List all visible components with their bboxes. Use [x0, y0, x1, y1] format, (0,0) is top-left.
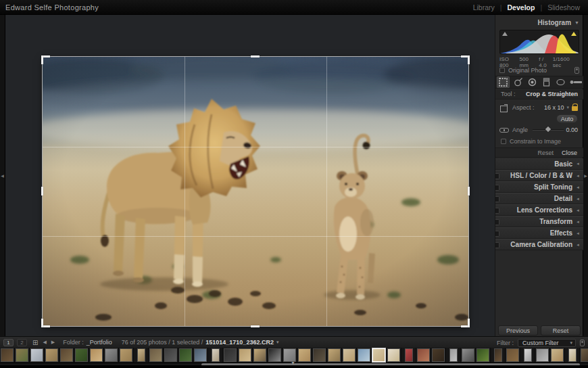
main-window-button[interactable]: 1: [3, 339, 14, 346]
histogram-header[interactable]: Histogram ▼: [495, 18, 583, 27]
filmstrip-thumbnail-38[interactable]: [550, 348, 564, 363]
panel-collapse-icon[interactable]: ◄: [576, 208, 580, 212]
crop-handle-left-mid[interactable]: [41, 187, 43, 196]
histogram[interactable]: [499, 30, 579, 54]
filmstrip-thumbnail-40[interactable]: [580, 348, 588, 363]
original-photo-checkbox[interactable]: [499, 68, 505, 73]
panel-collapse-icon[interactable]: ◄: [576, 220, 580, 224]
panel-split-toning[interactable]: Split Toning◄: [495, 181, 583, 193]
panel-toggle-switch[interactable]: [495, 219, 499, 225]
filmstrip-thumbnail-7[interactable]: [89, 348, 103, 363]
crop-handle-bottom-mid[interactable]: [251, 325, 260, 327]
filmstrip-thumbnail-37[interactable]: [535, 348, 549, 363]
filmstrip-thumbnail-19[interactable]: [268, 348, 282, 363]
aspect-select[interactable]: 16 x 10: [544, 104, 564, 111]
crop-handle-bottom-left-v[interactable]: [41, 319, 43, 327]
panel-toggle-switch[interactable]: [495, 242, 499, 248]
filmstrip-thumbnail-26[interactable]: [372, 348, 386, 363]
angle-slider[interactable]: [533, 129, 564, 131]
filmstrip-thumbnail-23[interactable]: [327, 348, 341, 363]
panel-switch-icon[interactable]: [574, 67, 579, 74]
panel-collapse-icon[interactable]: ◄: [576, 174, 580, 178]
filmstrip-thumbnail-9[interactable]: [119, 348, 133, 363]
current-filename[interactable]: 151014_1710_2362.CR2: [205, 339, 274, 346]
filmstrip-thumbnail-2[interactable]: [15, 348, 29, 363]
spot-removal-tool-icon[interactable]: [512, 76, 524, 88]
filmstrip-thumbnail-5[interactable]: [59, 348, 74, 363]
filmstrip-thumbnail-13[interactable]: [178, 348, 193, 363]
filename-dropdown-icon[interactable]: ▾: [276, 340, 279, 345]
filmstrip-thumbnail-1[interactable]: [0, 348, 14, 363]
bottom-panel-collapse[interactable]: [0, 365, 588, 368]
constrain-checkbox[interactable]: [501, 139, 506, 144]
filmstrip-thumbnail-16[interactable]: [223, 348, 237, 363]
shadow-clipping-indicator[interactable]: [502, 32, 508, 36]
crop-close-button[interactable]: Close: [562, 150, 577, 156]
filmstrip-thumbnail-6[interactable]: [74, 348, 89, 363]
crop-reset-button[interactable]: Reset: [537, 150, 554, 156]
filmstrip-thumbnail-15[interactable]: [208, 348, 222, 363]
filmstrip-thumbnail-25[interactable]: [357, 348, 371, 363]
aspect-dropdown-icon[interactable]: ▾: [566, 105, 569, 110]
filmstrip-thumbnail-12[interactable]: [164, 348, 178, 363]
filmstrip-thumbnail-24[interactable]: [342, 348, 356, 363]
crop-handle-right-mid[interactable]: [468, 187, 470, 196]
module-library[interactable]: Library: [472, 3, 496, 12]
panel-toggle-switch[interactable]: [495, 208, 499, 214]
angle-slider-thumb[interactable]: [545, 127, 551, 132]
aspect-lock-icon[interactable]: [572, 106, 578, 111]
panel-collapse-icon[interactable]: ◄: [576, 231, 580, 235]
crop-tool-icon[interactable]: [497, 76, 510, 88]
auto-straighten-button[interactable]: Auto: [556, 114, 578, 123]
reset-button[interactable]: Reset: [541, 325, 581, 336]
filmstrip-thumbnail-36[interactable]: [520, 348, 535, 363]
filmstrip-thumbnail-21[interactable]: [297, 348, 312, 363]
filmstrip-thumbnail-29[interactable]: [416, 348, 431, 363]
filmstrip-thumbnail-4[interactable]: [45, 348, 59, 363]
back-arrow-icon[interactable]: ◀: [43, 340, 46, 345]
panel-collapse-icon[interactable]: ◄: [576, 243, 580, 247]
filmstrip-thumbnail-34[interactable]: [491, 348, 505, 363]
filmstrip-thumbnail-3[interactable]: [30, 348, 44, 363]
filmstrip-thumbnail-11[interactable]: [149, 348, 163, 363]
panel-toggle-switch[interactable]: [495, 185, 499, 191]
panel-collapse-icon[interactable]: ◄: [576, 162, 580, 166]
forward-arrow-icon[interactable]: ▶: [51, 340, 55, 345]
filmstrip-thumbnail-18[interactable]: [253, 348, 267, 363]
filmstrip-thumbnail-8[interactable]: [104, 348, 118, 363]
straighten-tool-icon[interactable]: [499, 128, 509, 133]
crop-overlay-icon[interactable]: [500, 104, 508, 112]
histogram-collapse-icon[interactable]: ▼: [574, 20, 579, 25]
crop-handle-top-mid[interactable]: [251, 55, 260, 58]
panel-camera-calibration[interactable]: Camera Calibration◄: [495, 239, 583, 250]
right-panel-collapse[interactable]: ▶: [583, 15, 588, 336]
module-slideshow[interactable]: Slideshow: [546, 3, 581, 12]
filmstrip-thumbnail-28[interactable]: [401, 348, 416, 363]
filmstrip-thumbnail-27[interactable]: [387, 348, 401, 363]
panel-collapse-icon[interactable]: ◄: [576, 185, 580, 189]
filmstrip-thumbnail-39[interactable]: [565, 348, 579, 363]
panel-toggle-switch[interactable]: [495, 231, 499, 237]
grid-view-icon[interactable]: ⊞: [32, 339, 38, 346]
folder-name[interactable]: _Portfolio: [87, 339, 112, 346]
panel-hsl-color-bw[interactable]: HSL / Color / B & W◄: [495, 170, 583, 181]
filmstrip-thumbnail-14[interactable]: [193, 348, 207, 363]
panel-detail[interactable]: Detail◄: [495, 193, 583, 204]
filmstrip-thumbnail-35[interactable]: [506, 348, 520, 363]
filmstrip-thumbnail-30[interactable]: [431, 348, 445, 363]
panel-basic[interactable]: Basic◄: [495, 158, 583, 170]
filmstrip-thumbnail-17[interactable]: [238, 348, 252, 363]
highlight-clipping-indicator[interactable]: [571, 32, 577, 36]
panel-transform[interactable]: Transform◄: [495, 216, 583, 227]
left-panel-collapse[interactable]: ◀: [0, 15, 5, 336]
crop-handle-top-left-v[interactable]: [41, 55, 43, 64]
panel-collapse-icon[interactable]: ◄: [576, 197, 580, 201]
radial-filter-tool-icon[interactable]: [554, 76, 567, 88]
panel-lens-corrections[interactable]: Lens Corrections◄: [495, 204, 583, 216]
adjustment-brush-tool-icon[interactable]: [569, 76, 582, 88]
panel-effects[interactable]: Effects◄: [495, 227, 583, 239]
filter-toggle-icon[interactable]: [580, 340, 585, 346]
filmstrip-thumbnail-31[interactable]: [446, 348, 460, 363]
second-window-button[interactable]: 2: [17, 339, 27, 346]
panel-toggle-switch[interactable]: [495, 173, 499, 179]
